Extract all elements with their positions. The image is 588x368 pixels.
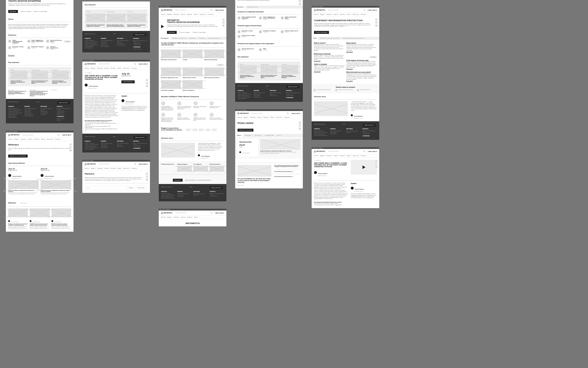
date: July 23 xyxy=(121,72,148,75)
card-image xyxy=(52,71,69,79)
consult-btn[interactable]: Получить консультацию xyxy=(314,31,329,34)
card-image xyxy=(30,208,49,217)
body-text: Важнейшее качество ценной утечки в отлич… xyxy=(85,95,118,118)
video-player[interactable] xyxy=(351,160,377,175)
about-heading: About xyxy=(8,18,71,20)
webinar-item[interactable]: Николай ЗдобновИ грянул гром: облачные т… xyxy=(8,208,28,229)
past-heading: Webinars xyxy=(8,202,16,204)
nav-item[interactable]: Пресс-центр xyxy=(47,139,53,140)
logo[interactable]: INFOWATCH xyxy=(8,134,19,136)
nav: РешенияПродуктыПартнерамКлиентамАналитик… xyxy=(6,138,74,141)
nav-item[interactable]: Продукты xyxy=(14,139,19,140)
topic-select[interactable]: Choose topic ⌄ xyxy=(20,203,27,204)
play-icon[interactable] xyxy=(161,25,164,28)
footer: Подписаться на рассылку:E-mailВыбрать ва… xyxy=(312,121,379,140)
avatar xyxy=(8,174,11,177)
all-solutions-link[interactable]: Все решения xyxy=(8,55,14,56)
footer: Подписаться на рассылку:E-mailВыбрать ва… xyxy=(82,31,150,52)
page-title: INFOWATCHTRAFFIC MONITOR ENTERPRISE xyxy=(167,19,224,23)
col-2: Pay attention Вебинар История внедрения … xyxy=(82,6,150,232)
demo-button[interactable]: Демо-версия xyxy=(8,10,18,13)
desc: Компания InfoWatch проводит цикл вебинар… xyxy=(8,148,71,151)
sol-item[interactable]: Защита конфиденциальной информацииПодроб… xyxy=(8,40,26,44)
tab[interactable]: Назначение xyxy=(197,37,206,40)
nav-item[interactable]: О компании xyxy=(55,139,60,140)
news-heading: EY and InfoWatch for the first time held… xyxy=(238,178,271,183)
demo-btn[interactable]: Демо-версия xyxy=(167,31,177,34)
nav-item[interactable]: Новости xyxy=(41,139,45,140)
upcoming-heading: Upcoming webinars xyxy=(8,162,71,164)
email-input[interactable]: E-mail xyxy=(37,101,39,104)
register-btn[interactable]: Зарегистрироваться xyxy=(121,80,135,83)
nav-item[interactable]: Аналитика xyxy=(34,139,39,140)
webinar-item[interactable]: Николай ЗдобновDLP-Forte: Изменение рабо… xyxy=(51,208,71,229)
carousel-dots[interactable]: • • • • xyxy=(260,155,300,156)
sol-item[interactable]: Защита персональных данныхПодробнее xyxy=(46,40,64,44)
demo-btn[interactable]: Демо-версия xyxy=(173,179,183,182)
sol-item[interactable]: Саботаж и вредительствоПодробнее xyxy=(46,46,64,50)
webinar-item[interactable]: Николай ЗдобновInfoWatch бизнесом бизнес… xyxy=(30,208,49,229)
hero-desc: Современное DLP-решение для защиты данны… xyxy=(8,3,71,6)
carousel-dots[interactable]: • • • • • xyxy=(8,86,71,88)
nav-item[interactable]: Партнерам xyxy=(21,139,26,140)
wireframe-gallery: TRAFFIC MONITOR ENTERPRISE Современное D… xyxy=(6,6,582,232)
news-item[interactable]: Для клиентов xyxy=(51,89,71,97)
solutions-grid: Защита конфиденциальной информацииПодроб… xyxy=(8,40,64,50)
search-input[interactable]: Поиск xyxy=(86,186,126,189)
card-image xyxy=(183,67,202,76)
solutions-pill[interactable]: ← Решения xyxy=(64,40,71,43)
sol-icon xyxy=(46,46,49,49)
search-icon[interactable]: 🔍 xyxy=(134,63,136,65)
news-item[interactable]: Для партнеровНаталья Касперская рассказа… xyxy=(30,89,49,97)
webinar-card[interactable]: June 23 12:00 MOSCOW Николай ЗдобновРуко… xyxy=(8,168,39,195)
webinar-card[interactable]: June 23 12:00 MOSCOW Николай ЗдобновРуко… xyxy=(41,168,71,195)
share-btn[interactable]: vk xyxy=(69,149,72,152)
breadcrumb[interactable]: ← Все вебинары xyxy=(85,72,118,74)
sol-item[interactable]: Защита информации от утечки — DLP-решени… xyxy=(27,40,45,44)
card-image xyxy=(51,208,71,217)
pay-card[interactable]: История внедренияКомпания Петропродукт в… xyxy=(30,68,49,85)
page-press: Для клиентов · Продукты— □ × INFOWATCHПе… xyxy=(235,109,303,189)
solutions-pill[interactable]: ← Решения xyxy=(216,64,224,66)
benefits-heading: Benefits InfoWatch Traffic Monitor Enter… xyxy=(161,96,224,97)
share-btn[interactable]: t xyxy=(69,146,72,149)
subscribe-btn[interactable]: Подписаться на новые вебинары xyxy=(8,155,28,158)
link-tell[interactable]: Рассказать о продукте xyxy=(21,11,31,12)
card-image xyxy=(86,14,105,22)
tab[interactable]: Системные требования xyxy=(206,37,221,40)
sol-icon xyxy=(46,40,49,43)
sol-item[interactable]: Нелояльные сотрудникиПодробнее xyxy=(27,46,45,50)
link-sales[interactable]: Обратиться в отдел продаж xyxy=(34,11,47,12)
product-select[interactable]: Продукт ⌄ xyxy=(128,186,135,189)
avatar xyxy=(51,220,53,222)
avatar xyxy=(198,154,200,156)
card-image xyxy=(31,71,48,79)
share-btn[interactable]: f xyxy=(69,143,72,146)
page-pay-fragment: Pay attention Вебинар История внедрения … xyxy=(82,1,150,52)
card-image xyxy=(161,80,181,89)
tab[interactable]: Обзор продукта xyxy=(159,37,171,40)
search-icon[interactable]: 🔍 xyxy=(58,134,59,136)
card-image xyxy=(8,180,39,189)
nav-item[interactable]: Решения xyxy=(8,139,13,140)
breadcrumb[interactable]: ← Все вебинары xyxy=(314,160,348,161)
pay-card[interactable]: ВебинарОткрытый вебинар по управлению ко… xyxy=(9,68,29,85)
nav-item[interactable]: Клиентам xyxy=(28,139,33,140)
tab[interactable]: Архитектура xyxy=(188,37,197,40)
country-select[interactable]: Страна, город ⌄ xyxy=(137,186,146,189)
tab[interactable]: Инструменты и возможности xyxy=(171,37,188,40)
benefit-icon xyxy=(177,101,181,105)
footer: Подписаться на рассылку:E-mailВыбрать ва… xyxy=(82,134,150,152)
footer-btn[interactable]: Выбрать ваши новости xyxy=(57,101,70,104)
speaker-heading: Speaker xyxy=(121,95,148,97)
news-item[interactable]: Для клиентовНаталья Касперская рассказал… xyxy=(8,89,28,97)
success-image xyxy=(314,101,348,116)
card-image xyxy=(161,49,181,58)
page-webinars: Для клиентов · Продукты— □ × INFOWATCHПе… xyxy=(6,131,74,231)
sol-item[interactable]: Коррупция и сговорыПодробнее xyxy=(8,46,26,50)
logo[interactable]: INFOWATCH xyxy=(85,63,96,65)
solutions-heading: Solutions xyxy=(8,34,71,36)
success-image xyxy=(161,143,195,158)
subscribe-btn[interactable]: Подписаться на рассылку xyxy=(238,129,253,132)
pay-card[interactable]: Читать далееОткрытый вебинар по управлен… xyxy=(51,68,70,85)
